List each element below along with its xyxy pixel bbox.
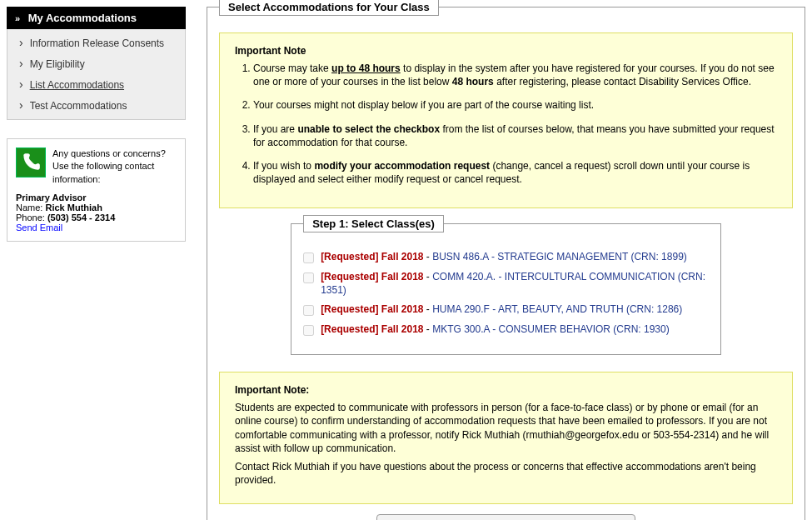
class-row: [Requested] Fall 2018 - BUSN 486.A - STR… [303,251,709,264]
contact-name: Rick Muthiah [45,202,102,212]
contact-question: Any questions or concerns? Use the follo… [52,148,177,186]
note-emphasis: unable to select the checkbox [297,123,440,135]
separator: - [424,303,433,315]
note-text: after registering, please contact Disabi… [494,76,751,88]
chevron-right-icon: › [19,37,23,48]
contact-phone-label: Phone: [16,212,45,222]
sidebar: » My Accommodations › Information Releas… [7,7,186,520]
chevron-double-down-icon: » [15,13,20,23]
note-text: If you wish to [253,160,314,172]
primary-advisor-label: Primary Advisor [16,192,87,202]
note-item: If you wish to modify your accommodation… [253,159,777,186]
note-paragraph: Contact Rick Muthiah if you have questio… [235,460,777,487]
sidebar-item-test-accommodations[interactable]: › Test Accommodations [7,95,185,116]
note-header: Important Note: [235,384,777,396]
contact-name-label: Name: [16,202,42,212]
sidebar-item-my-eligibility[interactable]: › My Eligibility [7,53,185,74]
main-content: Select Accommodations for Your Class Imp… [207,7,805,520]
class-checkbox[interactable] [303,325,314,336]
separator: - [424,323,433,335]
requested-tag: [Requested] [321,251,378,262]
contact-box: Any questions or concerns? Use the follo… [7,138,186,242]
term-label: Fall 2018 [381,323,424,335]
term-label: Fall 2018 [381,271,424,282]
sidebar-item-label: Information Release Consents [30,38,164,49]
note-paragraph: Students are expected to communicate wit… [235,401,777,455]
class-checkbox[interactable] [303,272,314,283]
class-checkbox[interactable] [303,305,314,316]
requested-tag: [Requested] [321,271,378,282]
sidebar-item-label: Test Accommodations [30,100,127,112]
course-title: MKTG 300.A - CONSUMER BEHAVIOR (CRN: 193… [432,323,670,335]
separator: - [424,251,433,262]
contact-email-link[interactable]: Send Email [16,222,62,232]
course-title: COMM 420.A. - INTERCULTURAL COMMUNICATIO… [321,271,705,296]
note-emphasis: modify your accommodation request [314,160,490,172]
note-text: If you are [253,123,297,135]
note-header: Important Note [235,45,777,57]
contact-phone: (503) 554 - 2314 [47,212,115,222]
nav-header-title: My Accommodations [28,12,137,24]
step2-continue-button[interactable]: Step 2 - Continue to Customize Your Acco… [376,514,635,520]
note-emphasis: 48 hours [452,76,494,88]
chevron-right-icon: › [19,58,23,69]
class-row: [Requested] Fall 2018 - MKTG 300.A - CON… [303,323,709,337]
important-note-top: Important Note Course may take up to 48 … [219,32,793,208]
step1-legend: Step 1: Select Class(es) [303,215,444,232]
sidebar-item-list-accommodations[interactable]: › List Accommodations [7,74,185,95]
section-legend: Select Accommodations for Your Class [219,0,439,16]
term-label: Fall 2018 [381,303,424,315]
note-item: Your courses might not display below if … [253,98,777,112]
note-emphasis: up to 48 hours [331,62,401,74]
chevron-right-icon: › [19,78,23,90]
nav-header: » My Accommodations [7,7,186,29]
sidebar-item-label: List Accommodations [30,79,124,91]
class-checkbox[interactable] [303,252,314,263]
note-item: If you are unable to select the checkbox… [253,122,777,149]
note-text: Course may take [253,62,331,74]
important-note-bottom: Important Note: Students are expected to… [219,372,793,504]
nav-body: › Information Release Consents › My Elig… [7,29,186,120]
separator: - [424,271,433,282]
sidebar-item-label: My Eligibility [30,58,85,70]
note-item: Course may take up to 48 hours to displa… [253,62,777,88]
chevron-right-icon: › [19,99,23,111]
requested-tag: [Requested] [321,323,378,335]
select-accommodations-section: Select Accommodations for Your Class Imp… [207,7,805,520]
phone-icon [16,148,46,178]
requested-tag: [Requested] [321,303,378,315]
course-title: HUMA 290.F - ART, BEAUTY, AND TRUTH (CRN… [432,303,682,315]
step1-box: Step 1: Select Class(es) [Requested] Fal… [291,223,721,355]
class-row: [Requested] Fall 2018 - HUMA 290.F - ART… [303,303,709,317]
term-label: Fall 2018 [381,251,424,262]
sidebar-item-info-release[interactable]: › Information Release Consents [7,32,185,53]
course-title: BUSN 486.A - STRATEGIC MANAGEMENT (CRN: … [432,251,687,262]
class-row: [Requested] Fall 2018 - COMM 420.A. - IN… [303,271,709,297]
